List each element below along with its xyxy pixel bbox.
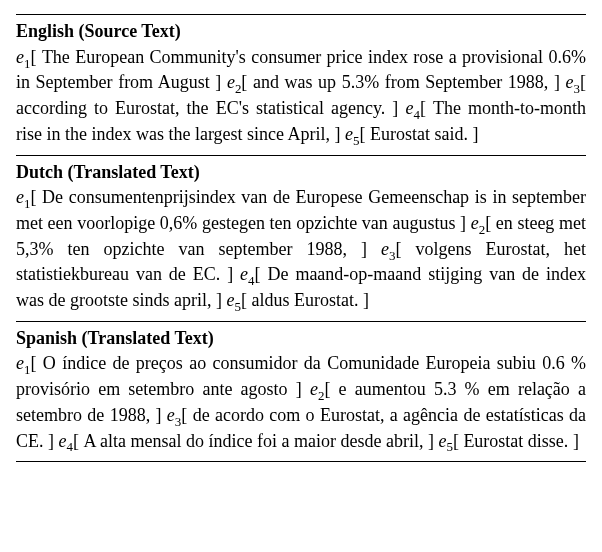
edu-label: e3: [167, 405, 181, 425]
bracket-close: ]: [363, 290, 369, 310]
bracket-open: [: [420, 98, 433, 118]
edu-label: e2: [310, 379, 324, 399]
bracket-open: [: [255, 264, 268, 284]
bracket-close: ]: [428, 431, 439, 451]
edu-label: e5: [438, 431, 452, 451]
edu-label: e2: [227, 72, 241, 92]
section-spanish: Spanish (Translated Text) e1[ O índice d…: [16, 322, 586, 462]
bracket-open: [: [324, 379, 338, 399]
section-body: e1[ O índice de preços ao consumidor da …: [16, 352, 586, 455]
edu-label: e5: [226, 290, 240, 310]
section-body: e1[ The European Community's consumer pr…: [16, 46, 586, 149]
bracket-open: [: [241, 290, 252, 310]
edu-text: Eurostat disse.: [463, 431, 573, 451]
bracket-close: ]: [227, 264, 240, 284]
edu-text: aldus Eurostat.: [251, 290, 362, 310]
bracket-close: ]: [335, 124, 346, 144]
edu-label: e1: [16, 47, 30, 67]
edu-label: e4: [59, 431, 73, 451]
bracket-close: ]: [215, 72, 227, 92]
bracket-close: ]: [573, 431, 579, 451]
bracket-close: ]: [460, 213, 471, 233]
bracket-close: ]: [216, 290, 227, 310]
edu-label: e4: [405, 98, 419, 118]
bracket-open: [: [73, 431, 84, 451]
bracket-open: [: [395, 239, 415, 259]
edu-label: e3: [381, 239, 395, 259]
bracket-open: [: [360, 124, 371, 144]
section-body: e1[ De consumentenprijsindex van de Euro…: [16, 186, 586, 314]
edu-label: e1: [16, 187, 30, 207]
bracket-close: ]: [554, 72, 566, 92]
bracket-open: [: [453, 431, 464, 451]
edu-label: e5: [345, 124, 359, 144]
bracket-close: ]: [361, 239, 381, 259]
bracket-open: [: [485, 213, 496, 233]
section-english: English (Source Text) e1[ The European C…: [16, 15, 586, 155]
bracket-close: ]: [473, 124, 479, 144]
bracket-open: [: [241, 72, 253, 92]
section-dutch: Dutch (Translated Text) e1[ De consument…: [16, 156, 586, 321]
bracket-close: ]: [48, 431, 59, 451]
bottom-rule: [16, 461, 586, 462]
edu-label: e4: [240, 264, 254, 284]
edu-text: Eurostat said.: [370, 124, 472, 144]
section-title: Dutch (Translated Text): [16, 161, 586, 187]
edu-label: e2: [471, 213, 485, 233]
edu-label: e3: [566, 72, 580, 92]
bracket-open: [: [30, 353, 42, 373]
bracket-close: ]: [155, 405, 166, 425]
edu-text: according to Eurostat, the EC's statisti…: [16, 98, 392, 118]
bracket-close: ]: [392, 98, 405, 118]
bracket-close: ]: [296, 379, 310, 399]
edu-text: A alta mensal do índice foi a maior desd…: [84, 431, 428, 451]
section-title: English (Source Text): [16, 20, 586, 46]
example-table: English (Source Text) e1[ The European C…: [16, 14, 586, 462]
bracket-open: [: [30, 187, 42, 207]
edu-text: and was up 5.3% from September 1988,: [253, 72, 554, 92]
edu-label: e1: [16, 353, 30, 373]
bracket-open: [: [181, 405, 192, 425]
section-title: Spanish (Translated Text): [16, 327, 586, 353]
bracket-open: [: [580, 72, 586, 92]
bracket-open: [: [30, 47, 41, 67]
